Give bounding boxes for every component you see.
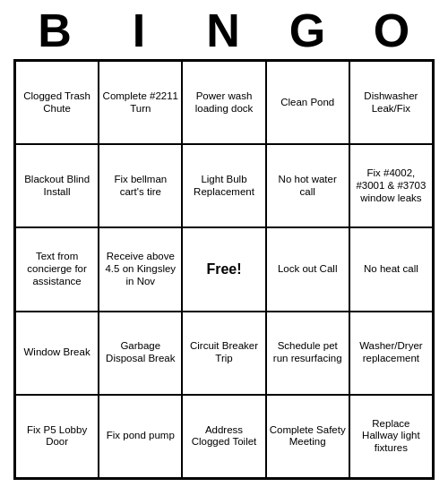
bingo-cell-17: Circuit Breaker Trip: [182, 312, 265, 395]
bingo-cell-6: Fix bellman cart's tire: [99, 144, 182, 227]
title-letter-B: B: [13, 4, 98, 57]
bingo-cell-21: Fix pond pump: [99, 395, 182, 478]
bingo-cell-15: Window Break: [15, 312, 99, 395]
title-letter-G: G: [266, 4, 350, 57]
bingo-cell-16: Garbage Disposal Break: [99, 312, 182, 395]
bingo-cell-19: Washer/Dryer replacement: [349, 312, 433, 395]
bingo-cell-23: Complete Safety Meeting: [266, 395, 349, 478]
free-cell: Free!: [182, 227, 265, 311]
bingo-cell-3: Clean Pond: [266, 61, 349, 144]
bingo-grid: Clogged Trash ChuteComplete #2211 TurnPo…: [13, 59, 435, 480]
bingo-cell-7: Light Bulb Replacement: [182, 144, 265, 227]
title-letter-N: N: [182, 4, 266, 57]
bingo-cell-8: No hot water call: [266, 144, 349, 227]
bingo-cell-9: Fix #4002, #3001 & #3703 window leaks: [349, 144, 433, 227]
bingo-cell-11: Receive above 4.5 on Kingsley in Nov: [99, 227, 182, 311]
bingo-cell-18: Schedule pet run resurfacing: [266, 312, 349, 395]
title-letter-O: O: [350, 4, 435, 57]
bingo-cell-20: Fix P5 Lobby Door: [15, 395, 99, 478]
bingo-cell-22: Address Clogged Toilet: [182, 395, 265, 478]
bingo-cell-14: No heat call: [349, 227, 433, 311]
bingo-cell-2: Power wash loading dock: [182, 61, 265, 144]
bingo-cell-13: Lock out Call: [266, 227, 349, 311]
bingo-cell-24: Replace Hallway light fixtures: [349, 395, 433, 478]
bingo-cell-10: Text from concierge for assistance: [15, 227, 99, 311]
bingo-cell-5: Blackout Blind Install: [15, 144, 99, 227]
bingo-cell-4: Dishwasher Leak/Fix: [349, 61, 433, 144]
bingo-cell-0: Clogged Trash Chute: [15, 61, 99, 144]
bingo-title: BINGO: [13, 0, 435, 59]
title-letter-I: I: [98, 4, 182, 57]
bingo-cell-1: Complete #2211 Turn: [99, 61, 182, 144]
